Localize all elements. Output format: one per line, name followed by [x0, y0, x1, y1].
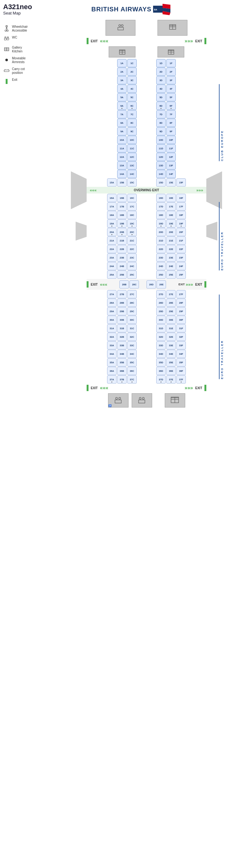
seat-7A[interactable]: 7A	[117, 110, 127, 118]
seat-29B[interactable]: 29B	[117, 307, 127, 315]
seat-32B[interactable]: 32B	[117, 333, 127, 341]
seat-25B[interactable]: 25B	[117, 271, 127, 279]
seat-20B[interactable]: 20B	[117, 228, 127, 236]
seat-22C[interactable]: 22C	[127, 245, 137, 253]
seat-23B[interactable]: 23B	[117, 253, 127, 262]
seat-6D[interactable]: 6D	[156, 102, 166, 110]
seat-15D[interactable]: 15D	[156, 178, 166, 187]
seat-34F[interactable]: 34F	[176, 350, 186, 358]
seat-36F[interactable]: 36F	[176, 367, 186, 375]
seat-8A[interactable]: 8A	[117, 119, 127, 127]
seat-32F[interactable]: 32F	[176, 333, 186, 341]
seat-18D[interactable]: 18D	[156, 211, 166, 219]
seat-26C[interactable]: 26C	[130, 280, 139, 288]
seat-37E[interactable]: 37E	[166, 375, 176, 383]
seat-23C[interactable]: 23C	[127, 253, 137, 262]
seat-13C[interactable]: 13C	[127, 161, 137, 169]
seat-21B[interactable]: 21B	[117, 237, 127, 245]
seat-17D[interactable]: 17D	[156, 202, 166, 211]
seat-27A[interactable]: 27A	[107, 290, 116, 298]
seat-29E[interactable]: 29E	[166, 307, 176, 315]
seat-33B[interactable]: 33B	[117, 341, 127, 349]
seat-19A[interactable]: 19A	[107, 219, 116, 227]
seat-29C[interactable]: 29C	[127, 307, 137, 315]
seat-13A[interactable]: 13A	[117, 161, 127, 169]
seat-33F[interactable]: 33F	[176, 341, 186, 349]
seat-11A[interactable]: 11A	[117, 144, 127, 152]
seat-9A[interactable]: 9A	[117, 127, 127, 135]
seat-20F[interactable]: 20F	[176, 228, 186, 236]
seat-5F[interactable]: 5F	[166, 93, 176, 101]
seat-14C[interactable]: 14C	[127, 170, 137, 178]
seat-20C[interactable]: 20C	[127, 228, 137, 236]
seat-26D[interactable]: 26D	[146, 280, 156, 288]
seat-31C[interactable]: 31C	[127, 324, 137, 332]
seat-30C[interactable]: 30C	[127, 316, 137, 324]
seat-13D[interactable]: 13D	[156, 161, 166, 169]
seat-31B[interactable]: 31B	[117, 324, 127, 332]
seat-30A[interactable]: 30A	[107, 316, 116, 324]
seat-30D[interactable]: 30D	[156, 316, 166, 324]
seat-35E[interactable]: 35E	[166, 358, 176, 367]
seat-2A[interactable]: 2A	[117, 67, 127, 76]
seat-5C[interactable]: 5C	[127, 93, 137, 101]
seat-3D[interactable]: 3D	[156, 76, 166, 84]
seat-8F[interactable]: 8F	[166, 119, 176, 127]
seat-19F[interactable]: 19F	[176, 219, 186, 227]
seat-17F[interactable]: 17F	[176, 202, 186, 211]
seat-20A[interactable]: 20A	[107, 228, 116, 236]
seat-36A[interactable]: 36A	[107, 367, 116, 375]
seat-2F[interactable]: 2F	[166, 67, 176, 76]
seat-11F[interactable]: 11F	[166, 144, 176, 152]
seat-18C[interactable]: 18C	[127, 211, 137, 219]
seat-35F[interactable]: 35F	[176, 358, 186, 367]
seat-16B[interactable]: 16B	[117, 194, 127, 202]
seat-6C[interactable]: 6C	[127, 102, 137, 110]
seat-37F[interactable]: 37F	[176, 375, 186, 383]
seat-28B[interactable]: 28B	[117, 299, 127, 307]
seat-6F[interactable]: 6F	[166, 102, 176, 110]
seat-6A[interactable]: 6A	[117, 102, 127, 110]
seat-36B[interactable]: 36B	[117, 367, 127, 375]
seat-18B[interactable]: 18B	[117, 211, 127, 219]
seat-9F[interactable]: 9F	[166, 127, 176, 135]
seat-23A[interactable]: 23A	[107, 253, 116, 262]
seat-1C[interactable]: 1C	[127, 59, 137, 67]
seat-37A[interactable]: 37A	[107, 375, 116, 383]
seat-24B[interactable]: 24B	[117, 262, 127, 270]
seat-21F[interactable]: 21F	[176, 237, 186, 245]
seat-35D[interactable]: 35D	[156, 358, 166, 367]
seat-4F[interactable]: 4F	[166, 85, 176, 93]
seat-10A[interactable]: 10A	[117, 136, 127, 144]
seat-32D[interactable]: 32D	[156, 333, 166, 341]
seat-14A[interactable]: 14A	[117, 170, 127, 178]
seat-16C[interactable]: 16C	[127, 194, 137, 202]
seat-36E[interactable]: 36E	[166, 367, 176, 375]
seat-17A[interactable]: 17A	[107, 202, 116, 211]
seat-37C[interactable]: 37C	[127, 375, 137, 383]
seat-35A[interactable]: 35A	[107, 358, 116, 367]
seat-27C[interactable]: 27C	[127, 290, 137, 298]
seat-5D[interactable]: 5D	[156, 93, 166, 101]
seat-33D[interactable]: 33D	[156, 341, 166, 349]
seat-28F[interactable]: 28F	[176, 299, 186, 307]
seat-10D[interactable]: 10D	[156, 136, 166, 144]
seat-28D[interactable]: 28D	[156, 299, 166, 307]
seat-7C[interactable]: 7C	[127, 110, 137, 118]
seat-22F[interactable]: 22F	[176, 245, 186, 253]
seat-25A[interactable]: 25A	[107, 271, 116, 279]
seat-12A[interactable]: 12A	[117, 153, 127, 161]
seat-29F[interactable]: 29F	[176, 307, 186, 315]
seat-17B[interactable]: 17B	[117, 202, 127, 211]
seat-35C[interactable]: 35C	[127, 358, 137, 367]
seat-25C[interactable]: 25C	[127, 271, 137, 279]
seat-24C[interactable]: 24C	[127, 262, 137, 270]
seat-22B[interactable]: 22B	[117, 245, 127, 253]
seat-27F[interactable]: 27F	[176, 290, 186, 298]
seat-31F[interactable]: 31F	[176, 324, 186, 332]
seat-37B[interactable]: 37B	[117, 375, 127, 383]
seat-14F[interactable]: 14F	[166, 170, 176, 178]
seat-34C[interactable]: 34C	[127, 350, 137, 358]
seat-24D[interactable]: 24D	[156, 262, 166, 270]
seat-16D[interactable]: 16D	[156, 194, 166, 202]
